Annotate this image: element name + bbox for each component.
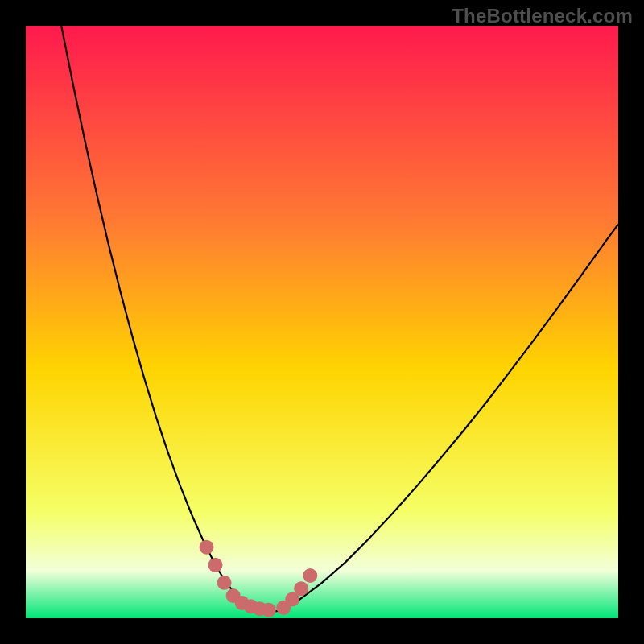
gradient-background xyxy=(26,26,618,618)
highlight-dot xyxy=(200,540,214,555)
plot-area xyxy=(26,26,618,618)
watermark-text: TheBottleneck.com xyxy=(452,5,633,27)
highlight-dot xyxy=(303,568,317,583)
chart-frame: TheBottleneck.com xyxy=(0,0,644,644)
chart-svg xyxy=(26,26,618,618)
highlight-dot xyxy=(262,603,276,617)
highlight-dot xyxy=(217,576,232,590)
highlight-dot xyxy=(208,558,223,572)
highlight-dot xyxy=(294,581,308,596)
